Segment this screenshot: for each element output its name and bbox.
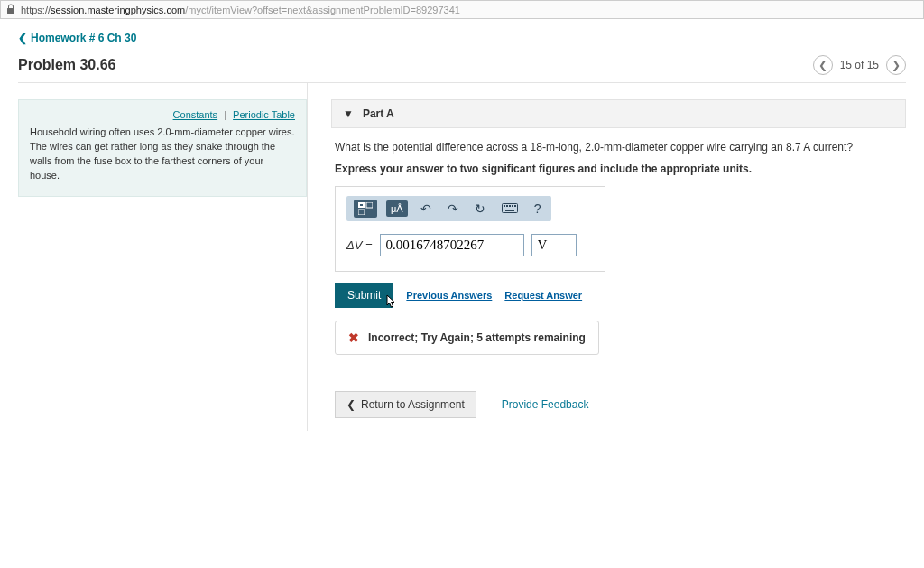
svg-rect-1 (360, 204, 363, 206)
units-button[interactable]: μÅ (386, 200, 408, 217)
prev-problem-button[interactable]: ❮ (813, 55, 833, 75)
separator: | (224, 109, 226, 120)
request-answer-link[interactable]: Request Answer (504, 290, 582, 301)
instruction-text: Express your answer to two significant f… (335, 163, 902, 175)
answer-toolbar: μÅ ↶ ↷ ↻ ? (346, 196, 551, 221)
problem-context-box: Constants | Periodic Table Household wir… (18, 99, 307, 197)
part-label: Part A (363, 107, 394, 120)
next-problem-button[interactable]: ❯ (886, 55, 906, 75)
variable-label: ΔV = (346, 238, 373, 252)
chevron-left-icon: ❮ (18, 32, 27, 44)
svg-rect-8 (512, 205, 513, 207)
keyboard-icon[interactable] (498, 200, 522, 218)
template-picker-icon[interactable] (354, 200, 377, 218)
page-title: Problem 30.66 (18, 57, 116, 73)
pager-text: 15 of 15 (840, 59, 879, 71)
help-icon[interactable]: ? (531, 200, 545, 218)
periodic-table-link[interactable]: Periodic Table (233, 109, 295, 120)
unit-input[interactable] (531, 234, 577, 256)
lock-icon (6, 4, 15, 15)
previous-answers-link[interactable]: Previous Answers (406, 290, 492, 301)
redo-icon[interactable]: ↷ (444, 200, 462, 218)
breadcrumb[interactable]: ❮Homework # 6 Ch 30 (18, 32, 906, 44)
return-to-assignment-button[interactable]: ❮ Return to Assignment (335, 391, 476, 418)
svg-rect-10 (505, 210, 514, 211)
answer-box: μÅ ↶ ↷ ↻ ? ΔV = (335, 186, 605, 272)
provide-feedback-link[interactable]: Provide Feedback (502, 398, 589, 411)
chevron-left-icon: ❮ (346, 398, 356, 411)
pager: ❮ 15 of 15 ❯ (813, 55, 906, 75)
svg-rect-7 (509, 205, 511, 207)
svg-rect-2 (366, 202, 373, 208)
cursor-icon (384, 294, 397, 312)
context-text: Household wiring often uses 2.0-mm-diame… (30, 126, 295, 183)
svg-rect-3 (358, 210, 365, 215)
svg-rect-6 (506, 205, 508, 207)
url-bar[interactable]: https://session.masteringphysics.com/myc… (0, 0, 924, 19)
value-input[interactable] (380, 234, 524, 256)
url-text: https://session.masteringphysics.com/myc… (21, 5, 460, 15)
reset-icon[interactable]: ↻ (471, 200, 489, 218)
error-x-icon: ✖ (348, 331, 359, 345)
svg-rect-9 (514, 205, 516, 207)
caret-down-icon: ▼ (343, 107, 354, 120)
part-header[interactable]: ▼ Part A (331, 99, 906, 128)
undo-icon[interactable]: ↶ (417, 200, 435, 218)
submit-button[interactable]: Submit (335, 283, 393, 308)
svg-rect-5 (504, 205, 505, 207)
feedback-message: Incorrect; Try Again; 5 attempts remaini… (368, 331, 586, 344)
feedback-box: ✖ Incorrect; Try Again; 5 attempts remai… (335, 321, 599, 355)
constants-link[interactable]: Constants (173, 109, 218, 120)
question-text: What is the potential difference across … (335, 141, 902, 154)
